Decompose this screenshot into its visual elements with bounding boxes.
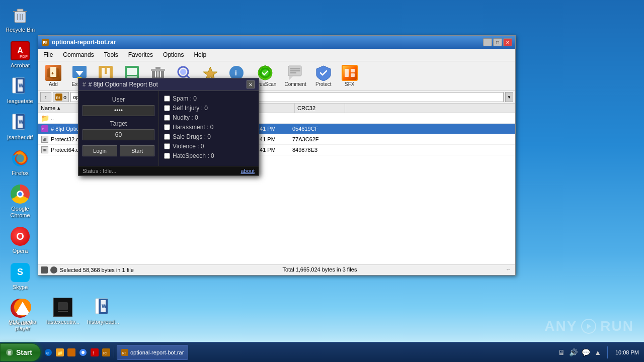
svg-point-16 <box>16 154 24 162</box>
svg-text:W: W <box>19 83 24 88</box>
taskbar-items: R! optional-report-bot.rar <box>114 345 553 360</box>
user-label: User <box>83 96 154 103</box>
address-current: o <box>63 94 66 100</box>
svg-text:R!: R! <box>56 96 60 100</box>
file-crc-8fjd: 054619CF <box>292 126 343 132</box>
dialog-status-bar: Status : Idle... about <box>78 166 259 175</box>
start-button[interactable]: ⊞ Start <box>0 343 41 361</box>
menu-file[interactable]: File <box>38 50 58 60</box>
desktop: Recycle Bin A PDF Acrobat W l <box>0 0 644 362</box>
desktop-icon-firefox[interactable]: Firefox <box>3 148 38 176</box>
winrar-titlebar: R! optional-report-bot.rar _ □ ✕ <box>38 36 515 49</box>
desktop-icon-leaguetate-label: leaguetate <box>7 98 33 105</box>
toolbar-sfx[interactable]: SFX <box>337 63 362 88</box>
svg-rect-51 <box>351 69 355 72</box>
desktop-icon-lastexecutive[interactable]: lastexecutiv... <box>45 297 80 332</box>
winrar-title-icon: R! <box>41 38 49 46</box>
desktop-icon-chrome[interactable]: Google Chrome <box>3 184 38 219</box>
dialog-about-link[interactable]: about <box>240 168 255 174</box>
desktop-icon-recycle-bin[interactable]: Recycle Bin <box>3 5 38 33</box>
svg-rect-60 <box>58 302 68 310</box>
tray-volume-icon: 🔊 <box>569 348 578 356</box>
hate-speech-label: HateSpeech : 0 <box>173 152 214 159</box>
desktop-icon-historyreader-label: historyread... <box>87 319 119 325</box>
spam-checkbox[interactable] <box>164 96 170 102</box>
taskbar-media-icon[interactable] <box>66 347 76 357</box>
user-input[interactable] <box>83 105 154 116</box>
tray-divider <box>607 346 608 358</box>
toolbar-protect[interactable]: Protect <box>311 63 336 88</box>
menu-favorites[interactable]: Favorites <box>123 50 158 60</box>
address-dropdown[interactable]: ▼ <box>505 92 513 102</box>
desktop-icon-lastexecutive-label: lastexecutiv... <box>46 319 79 325</box>
protect-icon <box>315 65 332 81</box>
chrome-icon <box>10 184 30 204</box>
hate-speech-checkbox[interactable] <box>164 153 170 159</box>
desktop-icon-skype[interactable]: S Skype <box>3 262 38 291</box>
svg-marker-66 <box>587 324 591 329</box>
svg-text:⊞: ⊞ <box>8 350 12 355</box>
dialog-close-button[interactable]: ✕ <box>247 80 255 88</box>
dialog-title-text: # 8fjd Optional Report Bot <box>89 81 158 88</box>
menu-commands[interactable]: Commands <box>58 50 99 60</box>
taskbar-security-icon[interactable]: ! <box>90 347 100 357</box>
tray-arrow-icon[interactable]: ▲ <box>594 348 601 356</box>
nudity-checkbox[interactable] <box>164 115 170 121</box>
checkbox-spam: Spam : 0 <box>164 95 254 102</box>
minimize-button[interactable]: _ <box>483 38 492 46</box>
toolbar-add[interactable]: + Add <box>41 63 66 88</box>
nudity-label: Nudity : 0 <box>173 114 198 121</box>
sale-drugs-label: Sale Drugs : 0 <box>173 133 211 140</box>
leaguetate-icon: W <box>10 76 30 97</box>
taskbar-chrome-icon[interactable] <box>78 347 88 357</box>
restore-button[interactable]: □ <box>493 38 502 46</box>
desktop-icon-firefox-label: Firefox <box>12 170 29 176</box>
svg-rect-31 <box>155 67 160 69</box>
desktop-icon-skype-label: Skype <box>13 284 28 291</box>
harassment-checkbox[interactable] <box>164 124 170 130</box>
desktop-icon-acrobat-label: Acrobat <box>11 62 30 69</box>
desktop-icon-opera[interactable]: O Opera <box>3 226 38 254</box>
taskbar-ie-icon[interactable]: e <box>43 347 53 357</box>
close-button[interactable]: ✕ <box>503 38 512 46</box>
skype-icon: S <box>10 262 30 283</box>
menu-tools[interactable]: Tools <box>99 50 123 60</box>
harassment-label: Harassment : 0 <box>173 124 213 131</box>
desktop-icon-leaguetate[interactable]: W leaguetate <box>3 76 38 105</box>
checkbox-harassment: Harassment : 0 <box>164 124 254 131</box>
column-crc32[interactable]: CRC32 <box>295 104 345 113</box>
desktop-icon-acrobat[interactable]: A PDF Acrobat <box>3 41 38 69</box>
comment-icon <box>287 65 303 81</box>
svg-rect-3 <box>17 9 23 12</box>
start-button[interactable]: Start <box>120 145 154 156</box>
svg-text:#: # <box>42 128 44 131</box>
toolbar-comment[interactable]: Comment <box>281 63 309 88</box>
target-input[interactable] <box>83 129 154 140</box>
menu-options[interactable]: Options <box>158 50 189 60</box>
desktop-icon-vlc[interactable]: VLC media player <box>5 297 40 332</box>
svg-rect-27 <box>127 68 137 75</box>
taskbar-item-winrar[interactable]: R! optional-report-bot.rar <box>117 345 188 360</box>
address-up-button[interactable]: ↑ <box>40 92 51 102</box>
taskbar-explorer-icon[interactable]: 📁 <box>55 347 65 357</box>
file-crc-protect64: 849878E3 <box>292 147 343 153</box>
self-injury-checkbox[interactable] <box>164 105 170 111</box>
taskbar-winrar-icon[interactable]: R! <box>101 347 111 357</box>
status-left: Selected 58,368 bytes in 1 file <box>41 266 134 274</box>
violence-checkbox[interactable] <box>164 143 170 149</box>
menu-help[interactable]: Help <box>189 50 211 60</box>
status-selected-text: Selected 58,368 bytes in 1 file <box>60 267 134 273</box>
anyrun-play-icon <box>581 319 596 334</box>
spam-label: Spam : 0 <box>173 95 197 102</box>
checkbox-self-injury: Self Injury : 0 <box>164 105 254 112</box>
login-button[interactable]: Login <box>83 145 117 156</box>
8fjd-file-icon: # <box>41 125 49 133</box>
desktop-icon-jsanher[interactable]: W jsanher.dtf <box>3 113 38 141</box>
sale-drugs-checkbox[interactable] <box>164 134 170 140</box>
dialog-title: # # 8fjd Optional Report Bot <box>83 81 158 88</box>
checkbox-nudity: Nudity : 0 <box>164 114 254 121</box>
taskbar-item-icon: R! <box>121 349 128 356</box>
svg-rect-59 <box>17 313 28 315</box>
dialog-body: User Target Login Start Spam : 0 <box>78 91 259 166</box>
desktop-icon-historyreader[interactable]: W historyread... <box>86 297 121 332</box>
